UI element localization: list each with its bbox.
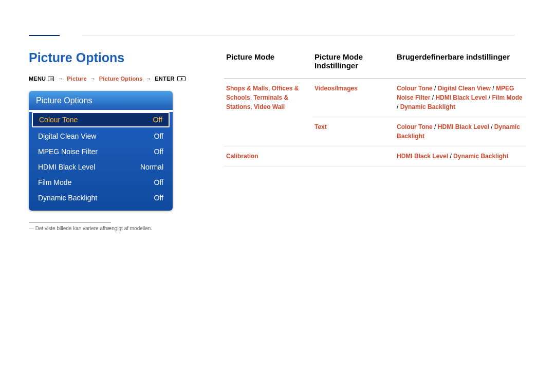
left-column: Picture Options MENU → Picture → Picture… [29,33,203,231]
osd-row-label: Film Mode [38,178,71,186]
th-brugerdefinerbare: Brugerdefinerbare indstillinger [395,52,526,79]
table-row: Shops & Malls, Offices & Schools, Termin… [224,79,526,117]
osd-row-label: Colour Tone [39,116,78,124]
osd-panel: Picture Options Colour ToneOffDigital Cl… [29,91,173,211]
osd-row-colour-tone[interactable]: Colour ToneOff [32,112,170,127]
page-title: Picture Options [29,50,203,65]
path-picture-options: Picture Options [99,76,143,82]
table-cell: Calibration [224,146,312,166]
arrow-icon: → [58,76,64,82]
th-picture-mode: Picture Mode [224,52,312,79]
table-row: CalibrationHDMI Black Level / Dynamic Ba… [224,146,526,166]
right-column: Picture Mode Picture Mode Indstillinger … [224,33,526,231]
table-cell: Videos/Images [312,79,395,117]
osd-row-value: Off [154,147,163,156]
arrow-icon: → [90,76,96,82]
note-divider [29,222,111,222]
osd-row-value: Off [153,116,162,124]
enter-button-icon [177,76,186,81]
osd-row-value: Off [154,194,163,202]
table-cell: Colour Tone / HDMI Black Level / Dynamic… [395,117,526,146]
menu-button-icon [48,77,54,81]
table-cell: Colour Tone / Digital Clean View / MPEG … [395,79,526,117]
osd-row-dynamic-backlight[interactable]: Dynamic BacklightOff [29,190,173,206]
table-cell: HDMI Black Level / Dynamic Backlight [395,146,526,166]
footnote: ― Det viste billede kan variere afhængig… [29,226,203,231]
osd-row-film-mode[interactable]: Film ModeOff [29,175,173,190]
osd-row-label: Digital Clean View [38,132,96,140]
th-picture-mode-indstillinger: Picture Mode Indstillinger [312,52,395,79]
osd-row-digital-clean-view[interactable]: Digital Clean ViewOff [29,128,173,144]
arrow-icon: → [146,76,152,82]
settings-table: Picture Mode Picture Mode Indstillinger … [224,52,526,166]
top-rule-main [82,35,515,35]
menu-label: MENU [29,76,46,82]
table-cell: Shops & Malls, Offices & Schools, Termin… [224,79,312,146]
enter-label: ENTER [155,76,174,82]
osd-row-value: Off [154,178,163,186]
osd-row-value: Normal [140,163,163,171]
osd-header: Picture Options [29,91,173,110]
osd-row-label: MPEG Noise Filter [38,147,98,156]
top-rule-accent [29,35,60,36]
table-cell: Text [312,117,395,146]
osd-row-label: Dynamic Backlight [38,194,97,202]
table-cell [312,146,395,166]
osd-body: Colour ToneOffDigital Clean ViewOffMPEG … [29,112,173,211]
osd-row-mpeg-noise-filter[interactable]: MPEG Noise FilterOff [29,144,173,159]
menu-path: MENU → Picture → Picture Options → ENTER [29,76,203,82]
osd-row-hdmi-black-level[interactable]: HDMI Black LevelNormal [29,159,173,175]
path-picture: Picture [67,76,87,82]
osd-row-value: Off [154,132,163,140]
osd-row-label: HDMI Black Level [38,163,95,171]
